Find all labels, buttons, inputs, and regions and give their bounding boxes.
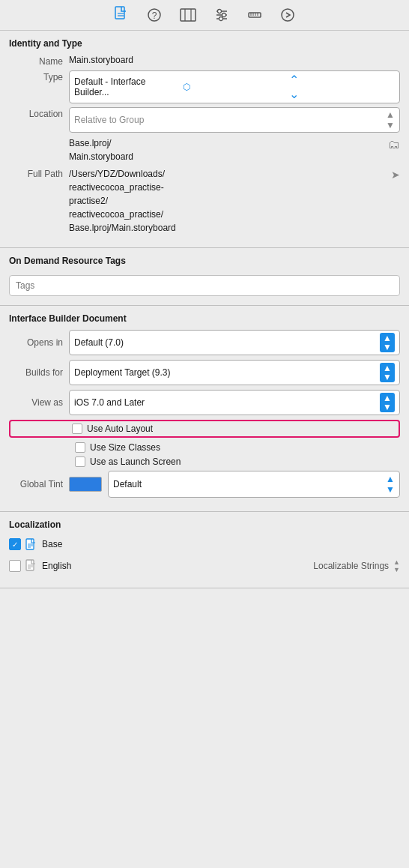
view-as-dropdown-btn[interactable]: ▲ ▼ [380,393,395,412]
loc-english-row: English Localizable Strings ▲ ▼ [9,557,400,575]
builds-for-select[interactable]: Deployment Target (9.3) ▲ ▼ [69,360,400,385]
opens-in-label: Opens in [9,337,69,348]
opens-in-row: Opens in Default (7.0) ▲ ▼ [9,330,400,355]
global-tint-row: Global Tint Default ▲ ▼ [9,471,400,498]
svg-rect-0 [115,7,124,19]
localization-section: Localization Base English [0,512,409,588]
localization-section-title: Localization [9,519,400,530]
adjust-icon[interactable] [214,7,229,22]
type-select-value: Default - Interface Builder... [74,76,180,97]
location-select[interactable]: Relative to Group ▲ ▼ [69,107,400,133]
tags-input[interactable] [9,275,400,296]
ibd-section: Interface Builder Document Opens in Defa… [0,306,409,512]
view-as-value: iOS 7.0 and Later [74,397,377,408]
full-path-row: Full Path /Users/YDZ/Downloads/ reactive… [9,167,400,235]
svg-point-9 [218,9,222,13]
svg-point-11 [222,13,226,16]
tint-select-value: Default [113,479,386,489]
loc-english-file-icon [25,558,37,572]
loc-base-name: Base [42,539,400,549]
reveal-icon[interactable]: ➤ [391,167,400,181]
use-auto-layout-label: Use Auto Layout [87,424,153,434]
type-chevron-icon: ⌃⌄ [289,73,395,101]
loc-base-row: Base [9,536,400,552]
identity-section: Identity and Type Name Main.storyboard T… [0,31,409,248]
identity-section-title: Identity and Type [9,38,400,49]
location-select-value: Relative to Group [74,115,386,125]
view-as-label: View as [9,397,69,408]
svg-text:?: ? [152,10,157,21]
base-path-label [9,136,69,138]
use-size-classes-row: Use Size Classes [9,442,400,453]
inspector-icon[interactable] [180,7,196,22]
view-as-select[interactable]: iOS 7.0 and Later ▲ ▼ [69,390,400,415]
ruler-icon[interactable] [247,7,262,22]
full-path-label: Full Path [9,167,69,179]
ibd-section-title: Interface Builder Document [9,313,400,324]
type-row: Type Default - Interface Builder... ⬡ ⌃⌄ [9,70,400,103]
ondemand-section: On Demand Resource Tags [0,248,409,306]
builds-for-value: Deployment Target (9.3) [74,367,377,378]
builds-for-row: Builds for Deployment Target (9.3) ▲ ▼ [9,360,400,385]
svg-point-19 [282,9,294,21]
loc-base-file-icon [25,537,37,551]
global-tint-label: Global Tint [9,479,69,489]
location-stepper[interactable]: ▲ ▼ [386,109,395,130]
loc-base-checkbox[interactable] [9,538,21,550]
full-path-value: /Users/YDZ/Downloads/ reactivecocoa_prac… [69,167,388,235]
location-select-wrapper: Relative to Group ▲ ▼ [69,107,400,133]
opens-in-select[interactable]: Default (7.0) ▲ ▼ [69,330,400,355]
location-label: Location [9,107,69,119]
folder-icon[interactable]: 🗂 [388,136,400,151]
help-icon[interactable]: ? [147,7,162,22]
opens-in-dropdown-btn[interactable]: ▲ ▼ [380,333,395,352]
base-path-row: Base.lproj/Main.storyboard 🗂 [9,136,400,163]
type-label: Type [9,70,69,82]
name-value: Main.storyboard [69,55,400,65]
tint-select[interactable]: Default ▲ ▼ [108,471,400,498]
name-row: Name Main.storyboard [9,55,400,67]
use-auto-layout-checkbox[interactable] [72,424,82,434]
use-launch-screen-label: Use as Launch Screen [90,456,181,467]
base-path-value: Base.lproj/Main.storyboard [69,136,384,163]
arrow-icon[interactable] [280,7,295,22]
toolbar: ? [0,0,409,31]
ondemand-section-title: On Demand Resource Tags [9,256,400,266]
svg-point-13 [219,16,223,20]
view-as-row: View as iOS 7.0 and Later ▲ ▼ [9,390,400,415]
builds-for-label: Builds for [9,367,69,378]
loc-english-checkbox[interactable] [9,560,21,572]
loc-english-stepper[interactable]: ▲ ▼ [393,558,400,573]
tint-stepper[interactable]: ▲ ▼ [386,474,395,495]
use-size-classes-checkbox[interactable] [75,442,85,453]
type-select[interactable]: Default - Interface Builder... ⬡ ⌃⌄ [69,70,400,103]
file-icon[interactable] [114,6,129,22]
builds-for-dropdown-btn[interactable]: ▲ ▼ [380,363,395,382]
opens-in-value: Default (7.0) [74,337,377,348]
name-label: Name [9,55,69,67]
type-select-arrow: ⬡ [183,82,288,92]
svg-rect-14 [249,13,261,17]
use-launch-screen-checkbox[interactable] [75,456,85,467]
loc-english-strings: Localizable Strings [313,561,389,571]
type-select-wrapper: Default - Interface Builder... ⬡ ⌃⌄ [69,70,400,103]
use-auto-layout-row: Use Auto Layout [9,420,400,438]
svg-rect-5 [181,9,196,21]
use-launch-screen-row: Use as Launch Screen [9,456,400,467]
location-row: Location Relative to Group ▲ ▼ [9,107,400,133]
use-size-classes-label: Use Size Classes [90,442,160,453]
loc-english-name: English [42,561,313,571]
tint-color-swatch[interactable] [69,477,102,492]
